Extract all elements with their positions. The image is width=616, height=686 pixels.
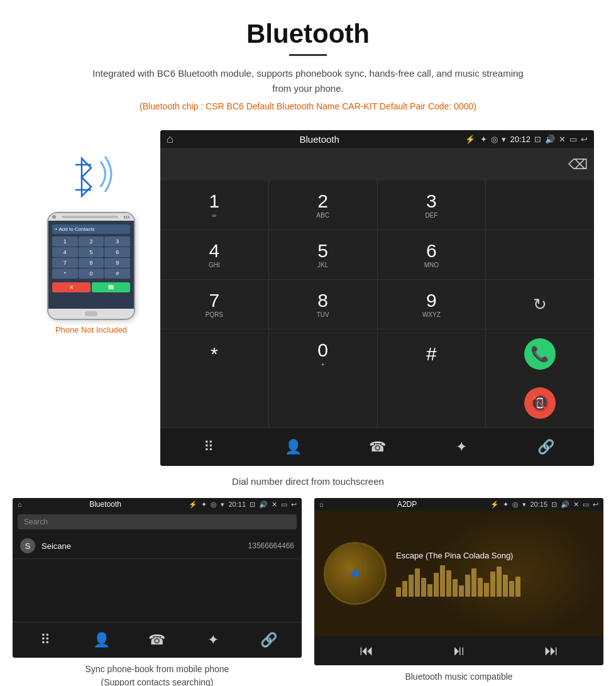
home-icon[interactable]: ⌂: [167, 133, 173, 146]
key-num-2: 2: [317, 192, 328, 211]
key-1[interactable]: 1 ∞: [160, 180, 268, 230]
pb-toolbar-phone[interactable]: ☎: [145, 628, 170, 653]
toolbar-person-icon[interactable]: 👤: [280, 434, 305, 460]
key-hash[interactable]: #: [378, 329, 486, 379]
camera-icon[interactable]: ⊡: [534, 135, 541, 144]
key-alpha-0: +: [321, 361, 325, 368]
music-close-icon[interactable]: ✕: [573, 501, 579, 509]
key-num-9: 9: [426, 291, 437, 310]
key-num-3: 3: [426, 192, 437, 211]
music-bar: [402, 581, 407, 597]
music-next-icon[interactable]: ⏭: [544, 643, 558, 659]
top-section: MX + Add to Contacts 1 2 3 4 5 6 7 8 9 *: [13, 130, 603, 466]
pb-bottom-toolbar: ⠿ 👤 ☎ ✦ 🔗: [13, 622, 302, 658]
call-icon: 📞: [531, 345, 549, 363]
pb-contact-avatar: S: [20, 538, 35, 553]
music-bar: [453, 579, 458, 597]
key-refresh[interactable]: ↻: [486, 280, 594, 329]
phone-key-0: 0: [79, 268, 104, 279]
music-bt-icon: ✦: [503, 501, 509, 509]
pb-toolbar-bluetooth[interactable]: ✦: [201, 628, 226, 653]
phone-top-bar: MX: [48, 213, 134, 221]
dial-bottom-toolbar: ⠿ 👤 ☎ ✦ 🔗: [160, 428, 594, 466]
key-empty-2: [486, 230, 594, 279]
music-status-bar: ⌂ A2DP ⚡ ✦ ◎ ▾ 20:15 ⊡ 🔊 ✕ ▭ ↩: [314, 498, 603, 511]
signal-icon: ▾: [502, 135, 506, 144]
key-9[interactable]: 9 WXYZ: [378, 280, 486, 329]
music-home-icon[interactable]: ⌂: [319, 501, 324, 508]
music-bar: [446, 570, 451, 597]
music-caption: Bluetooth music compatible(Support displ…: [394, 670, 524, 686]
refresh-icon: ↻: [533, 295, 547, 314]
music-bar: [497, 567, 502, 597]
phone-screen: + Add to Contacts 1 2 3 4 5 6 7 8 9 * 0 …: [48, 221, 134, 309]
page-header: Bluetooth Integrated with BC6 Bluetooth …: [0, 0, 616, 130]
music-bar: [478, 578, 483, 597]
end-empty-1: [160, 379, 268, 428]
phone-key-2: 2: [79, 236, 104, 246]
toolbar-link-icon[interactable]: 🔗: [533, 434, 558, 460]
music-bar: [490, 572, 495, 597]
key-num-4: 4: [209, 241, 220, 260]
key-star[interactable]: *: [160, 329, 268, 379]
phone-key-star: *: [52, 268, 78, 279]
music-usb-icon: ⚡: [490, 501, 499, 509]
key-6[interactable]: 6 MNO: [378, 230, 486, 279]
music-prev-icon[interactable]: ⏮: [360, 643, 373, 659]
pb-search-field[interactable]: Search: [18, 514, 297, 529]
music-back-icon[interactable]: ↩: [593, 501, 598, 509]
pb-home-icon[interactable]: ⌂: [18, 501, 22, 508]
key-num-star: *: [211, 345, 218, 363]
key-num-7: 7: [209, 291, 220, 310]
pb-contact-row[interactable]: S Seicane 13566664466: [13, 533, 302, 559]
key-3[interactable]: 3 DEF: [378, 180, 486, 230]
key-2[interactable]: 2 ABC: [269, 180, 377, 230]
music-signal-icon: ▾: [522, 501, 526, 509]
music-bar: [503, 575, 508, 597]
toolbar-grid-icon[interactable]: ⠿: [196, 434, 221, 460]
volume-icon[interactable]: 🔊: [545, 135, 555, 144]
end-empty-3: [378, 379, 486, 428]
key-alpha-3: DEF: [425, 212, 437, 219]
pb-search-placeholder: Search: [24, 517, 48, 526]
key-call[interactable]: 📞: [486, 329, 594, 379]
pb-close-icon[interactable]: ✕: [272, 501, 277, 509]
call-button[interactable]: 📞: [524, 338, 556, 370]
toolbar-bluetooth-icon[interactable]: ✦: [449, 434, 474, 460]
back-icon[interactable]: ↩: [581, 135, 588, 144]
music-loc-icon: ◎: [512, 501, 519, 509]
key-7[interactable]: 7 PQRS: [160, 280, 268, 329]
pb-toolbar-link[interactable]: 🔗: [256, 628, 282, 653]
key-4[interactable]: 4 GHI: [160, 230, 268, 279]
backspace-button[interactable]: ⌫: [568, 157, 588, 173]
music-bar: [484, 583, 489, 597]
music-bar: [465, 575, 470, 597]
pb-camera-icon: ⊡: [250, 501, 255, 509]
music-main-area: ✦ Escape (The Pina Colada Song): [314, 511, 603, 636]
music-play-pause-icon[interactable]: ⏯: [452, 643, 466, 659]
music-time: 20:15: [530, 501, 547, 508]
key-alpha-7: PQRS: [206, 311, 223, 318]
close-icon[interactable]: ✕: [559, 135, 566, 144]
phone-add-contacts: + Add to Contacts: [52, 224, 130, 234]
music-bar: [515, 577, 520, 597]
key-5[interactable]: 5 JKL: [269, 230, 377, 279]
dial-app-name: Bluetooth: [179, 134, 461, 145]
key-end[interactable]: 📵: [486, 379, 594, 428]
phone-key-8: 8: [79, 258, 104, 268]
key-8[interactable]: 8 TUV: [269, 280, 377, 329]
pb-loc-icon: ◎: [211, 501, 217, 509]
key-alpha-4: GHI: [209, 262, 220, 268]
key-0[interactable]: 0 +: [269, 329, 377, 379]
end-empty-2: [269, 379, 377, 428]
music-app-name: A2DP: [327, 500, 487, 509]
pb-toolbar-grid[interactable]: ⠿: [33, 628, 58, 653]
screen-icon[interactable]: ▭: [569, 135, 577, 144]
toolbar-phone-icon[interactable]: ☎: [365, 434, 390, 460]
pb-back-icon[interactable]: ↩: [291, 501, 297, 509]
end-call-button[interactable]: 📵: [524, 387, 556, 419]
pb-toolbar-person[interactable]: 👤: [89, 628, 114, 653]
phone-key-hash: #: [104, 268, 130, 279]
page-title: Bluetooth: [0, 19, 616, 49]
music-equalizer: [396, 565, 594, 597]
